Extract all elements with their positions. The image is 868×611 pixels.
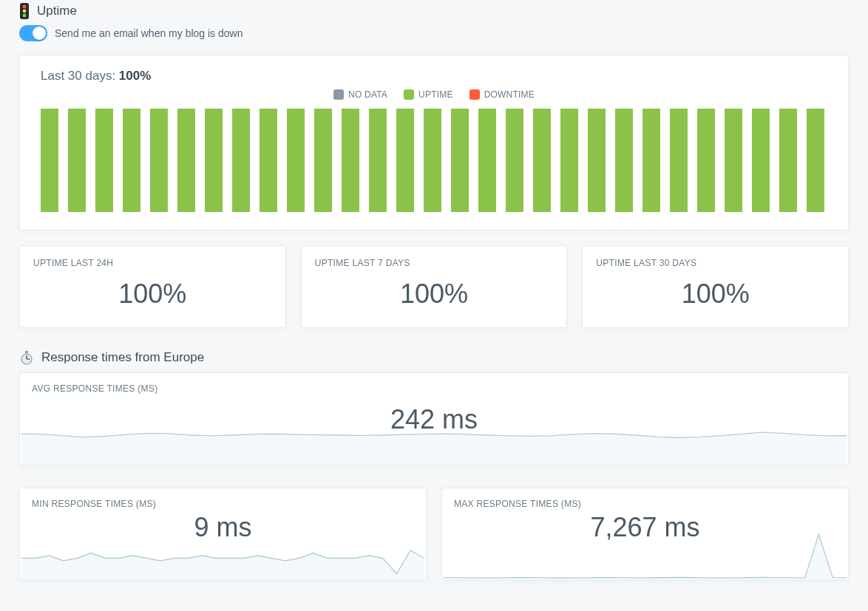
svg-point-1 [23,5,27,9]
stat-card-24h: UPTIME LAST 24H 100% [19,245,286,328]
uptime-bar [369,109,387,212]
svg-rect-5 [25,351,28,353]
uptime-bar [342,109,359,212]
uptime-bar [123,109,140,212]
avg-response-card: AVG RESPONSE TIMES (MS) 242 ms [19,372,849,465]
legend-uptime: UPTIME [404,89,453,100]
uptime-bar [314,109,332,212]
uptime-bar [533,109,551,212]
stat-card-30d: UPTIME LAST 30 DAYS 100% [582,245,849,328]
uptime-bar [150,109,168,212]
stat-label: UPTIME LAST 24H [33,258,272,268]
uptime-30d-card: Last 30 days: 100% NO DATA UPTIME DOWNTI… [19,55,849,231]
legend-downtime: DOWNTIME [469,89,535,100]
uptime-legend: NO DATA UPTIME DOWNTIME [41,89,827,100]
uptime-bar [287,109,305,212]
uptime-bar [232,109,250,212]
uptime-bar [205,109,223,212]
stat-value: 100% [596,279,835,310]
uptime-bar [41,109,58,212]
email-toggle[interactable] [19,25,47,41]
stat-label: UPTIME LAST 30 DAYS [596,258,835,268]
uptime-stat-row: UPTIME LAST 24H 100% UPTIME LAST 7 DAYS … [19,245,849,328]
svg-point-2 [23,10,27,13]
uptime-bar [642,109,660,212]
response-header: Response times from Europe [19,350,849,365]
max-label: MAX RESPONSE TIMES (MS) [442,488,848,509]
traffic-light-icon [19,3,30,19]
uptime-bar [779,109,797,212]
stopwatch-icon [19,350,34,365]
stat-card-7d: UPTIME LAST 7 DAYS 100% [301,245,568,328]
uptime-summary: Last 30 days: 100% [41,69,827,83]
min-response-card: MIN RESPONSE TIMES (MS) 9 ms [19,488,427,581]
uptime-bar [451,109,469,212]
uptime-summary-value: 100% [119,69,151,83]
swatch-uptime [404,89,414,100]
uptime-summary-prefix: Last 30 days: [41,69,119,83]
swatch-downtime [469,89,480,100]
max-response-card: MAX RESPONSE TIMES (MS) 7,267 ms [441,488,849,581]
uptime-bar [68,109,86,212]
uptime-bar [752,109,770,212]
response-title: Response times from Europe [41,350,204,365]
email-toggle-label: Send me an email when my blog is down [55,27,243,39]
avg-value: 242 ms [20,404,848,435]
uptime-bar [670,109,688,212]
uptime-bar [260,109,277,212]
max-value: 7,267 ms [442,512,848,543]
uptime-bar [725,109,742,212]
uptime-bar [506,109,523,212]
avg-label: AVG RESPONSE TIMES (MS) [20,373,848,394]
svg-point-3 [23,14,27,18]
uptime-bar [424,109,441,212]
uptime-bar [396,109,414,212]
legend-nodata: NO DATA [333,89,387,100]
swatch-nodata [333,89,344,100]
uptime-bar [697,109,715,212]
stat-label: UPTIME LAST 7 DAYS [315,258,554,268]
uptime-bar [807,109,824,212]
min-max-row: MIN RESPONSE TIMES (MS) 9 ms MAX RESPONS… [19,480,849,581]
uptime-bar [560,109,578,212]
email-toggle-row: Send me an email when my blog is down [19,25,849,41]
min-value: 9 ms [20,512,426,543]
stat-value: 100% [33,279,272,310]
min-label: MIN RESPONSE TIMES (MS) [20,488,426,509]
uptime-bars [41,109,827,212]
uptime-bar [615,109,633,212]
uptime-bar [588,109,606,212]
uptime-bar [478,109,496,212]
uptime-bar [95,109,113,212]
uptime-header: Uptime [19,3,849,19]
stat-value: 100% [315,279,554,310]
uptime-title: Uptime [37,4,77,18]
uptime-bar [177,109,195,212]
